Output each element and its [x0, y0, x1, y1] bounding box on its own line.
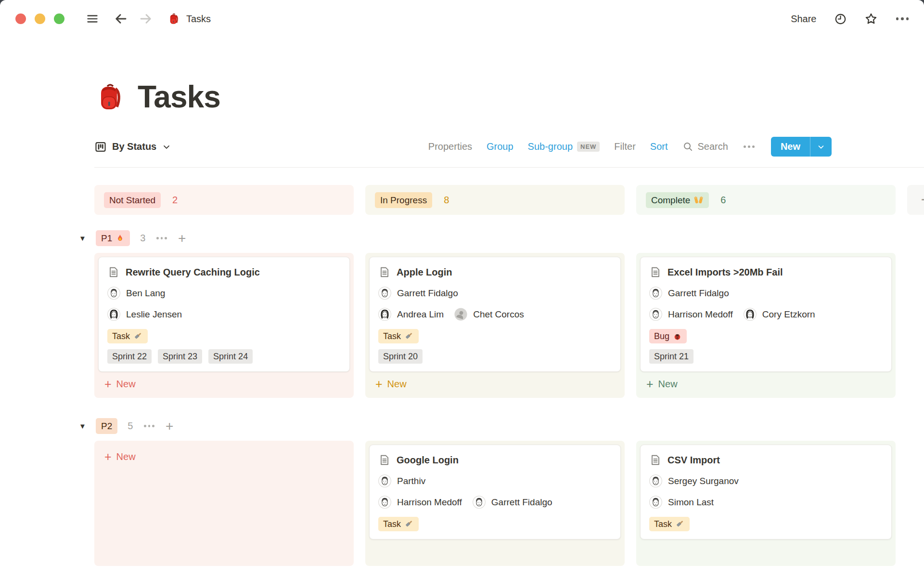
avatar [454, 308, 467, 321]
plus-icon: + [646, 379, 654, 389]
properties-button[interactable]: Properties [428, 141, 472, 152]
new-button-label[interactable]: New [771, 137, 810, 157]
tag-task: Task [378, 329, 419, 343]
task-card[interactable]: CSV Import Sergey Surganov Simon Last [640, 445, 892, 539]
task-card[interactable]: Google Login Parthiv Harrison Medoff [369, 445, 621, 539]
group-more-icon[interactable] [156, 237, 167, 239]
raised-hands-icon [693, 195, 704, 205]
forward-arrow-icon[interactable] [139, 12, 153, 26]
group-button[interactable]: Group [487, 141, 513, 152]
add-card-button[interactable]: + New [640, 372, 892, 396]
status-badge[interactable]: Not Started [104, 192, 161, 208]
view-controls-bar: By Status Properties Group Sub-groupNEW … [94, 137, 832, 157]
tag-task: Task [107, 329, 148, 343]
view-more-options-icon[interactable] [744, 145, 755, 148]
page-title: Tasks [138, 79, 220, 115]
card-title: Excel Imports >20Mb Fail [667, 267, 783, 278]
card-title: Rewrite Query Caching Logic [126, 267, 260, 278]
add-card-button[interactable]: + New [98, 372, 350, 396]
avatar [649, 474, 662, 487]
tag-task: Task [649, 517, 690, 531]
card-title: Apple Login [397, 267, 452, 278]
favorite-star-icon[interactable] [864, 12, 878, 26]
new-feature-badge: NEW [577, 142, 600, 152]
filter-button[interactable]: Filter [614, 141, 635, 152]
back-arrow-icon[interactable] [114, 12, 128, 26]
add-column-button[interactable]: + [907, 185, 924, 215]
sprint-tag: Sprint 20 [378, 349, 423, 364]
assignee: Andrea Lim [378, 308, 444, 321]
assignee: Ben Lang [107, 287, 165, 300]
group-header-p1: ▼ P1 3 + [94, 230, 924, 246]
group-count: 5 [128, 420, 133, 432]
window-titlebar: Tasks Share [0, 0, 924, 38]
cell-p1-complete: Excel Imports >20Mb Fail Garrett Fidalgo… [636, 253, 896, 398]
card-title: CSV Import [667, 455, 720, 466]
avatar [107, 287, 120, 300]
assignee: Sergey Surganov [649, 474, 739, 487]
sprint-tag: Sprint 21 [649, 349, 693, 364]
page-doc-icon [378, 266, 391, 278]
fire-icon [116, 234, 125, 243]
breadcrumb[interactable]: Tasks [167, 13, 211, 25]
more-options-icon[interactable] [896, 17, 909, 20]
column-count: 6 [720, 195, 726, 206]
group-badge[interactable]: P2 [96, 418, 117, 434]
avatar [744, 308, 757, 321]
plus-icon: + [104, 379, 112, 389]
group-header-p2: ▼ P2 5 + [94, 418, 924, 434]
assignee: Parthiv [378, 474, 425, 487]
search-button[interactable]: Search [682, 141, 728, 152]
add-card-button[interactable]: + New [369, 372, 621, 396]
sprint-tag: Sprint 24 [208, 349, 253, 364]
task-card[interactable]: Excel Imports >20Mb Fail Garrett Fidalgo… [640, 257, 892, 372]
status-badge[interactable]: Complete [646, 192, 709, 208]
assignee: Garrett Fidalgo [649, 287, 729, 300]
page-backpack-icon[interactable] [94, 81, 125, 112]
subgroup-button[interactable]: Sub-groupNEW [528, 141, 600, 153]
assignee: Cory Etzkorn [744, 308, 815, 321]
avatar [473, 496, 486, 509]
zoom-window-button[interactable] [54, 13, 64, 24]
cell-p2-complete: CSV Import Sergey Surganov Simon Last [636, 441, 896, 566]
chevron-down-icon [817, 143, 825, 151]
add-card-button[interactable]: + New [98, 445, 350, 469]
collapse-triangle-icon[interactable]: ▼ [79, 422, 89, 430]
page-doc-icon [378, 454, 391, 466]
group-add-icon[interactable]: + [166, 421, 173, 431]
group-badge[interactable]: P1 [96, 230, 130, 246]
assignee: Harrison Medoff [378, 496, 462, 509]
avatar [649, 496, 662, 509]
share-button[interactable]: Share [791, 13, 816, 25]
column-count: 8 [444, 195, 449, 206]
sort-button[interactable]: Sort [650, 141, 668, 152]
status-badge[interactable]: In Progress [375, 192, 432, 208]
view-switcher[interactable]: By Status [94, 141, 171, 153]
close-window-button[interactable] [15, 13, 26, 24]
assignee: Harrison Medoff [649, 308, 733, 321]
assignee: Simon Last [649, 496, 714, 509]
group-add-icon[interactable]: + [178, 234, 186, 243]
collapse-triangle-icon[interactable]: ▼ [79, 234, 89, 242]
view-name: By Status [112, 141, 156, 152]
group-more-icon[interactable] [144, 425, 154, 427]
assignee: Garrett Fidalgo [473, 496, 552, 509]
backpack-page-icon [167, 13, 180, 25]
board-view-icon [94, 141, 107, 153]
toolbar-divider [94, 167, 924, 168]
search-icon [682, 141, 693, 152]
sidebar-menu-icon[interactable] [86, 12, 99, 26]
new-button[interactable]: New [771, 137, 832, 157]
task-card[interactable]: Rewrite Query Caching Logic Ben Lang Les… [98, 257, 350, 372]
plus-icon: + [104, 452, 112, 461]
avatar [378, 308, 391, 321]
task-card[interactable]: Apple Login Garrett Fidalgo Andrea Lim [369, 257, 621, 372]
notion-window: Tasks Share Tasks By Status Prope [0, 0, 924, 578]
column-header-not-started: Not Started 2 [94, 185, 354, 215]
group-count: 3 [140, 233, 145, 244]
new-button-dropdown[interactable] [810, 137, 832, 157]
cell-p2-not-started: + New [94, 441, 354, 566]
updates-clock-icon[interactable] [834, 13, 847, 26]
assignee: Chet Corcos [454, 308, 524, 321]
minimize-window-button[interactable] [35, 13, 45, 24]
